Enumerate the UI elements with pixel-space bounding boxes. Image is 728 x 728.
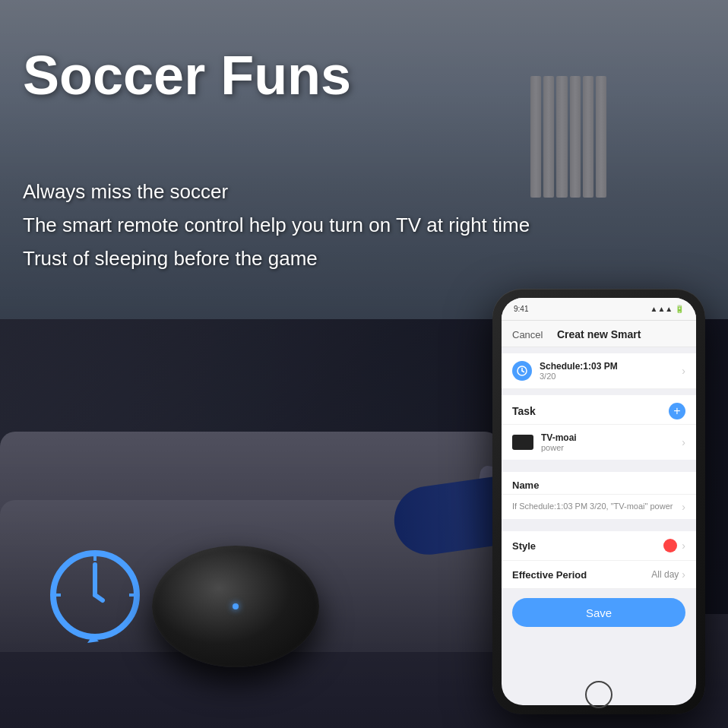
task-header: Task + <box>502 395 696 425</box>
name-chevron-icon: › <box>682 501 685 513</box>
app-title: Creat new Smart <box>557 328 641 340</box>
status-time: 9:41 <box>514 305 528 313</box>
effective-period-row[interactable]: Effective Period All day › <box>502 561 696 589</box>
name-label: Name <box>502 472 696 495</box>
effective-period-section: Effective Period All day › <box>502 561 696 589</box>
phone-screen: 9:41 ▲▲▲ 🔋 Cancel Creat new Smart <box>502 298 696 705</box>
effective-period-value: All day <box>651 569 679 580</box>
home-button[interactable] <box>585 681 612 708</box>
add-task-button[interactable]: + <box>669 403 685 419</box>
task-action: power <box>541 443 682 452</box>
svg-line-9 <box>522 371 524 372</box>
smart-device-container <box>152 546 319 667</box>
section-divider-2 <box>502 460 696 466</box>
schedule-icon <box>512 361 532 381</box>
phone-container: 9:41 ▲▲▲ 🔋 Cancel Creat new Smart <box>492 289 705 714</box>
task-label: Task <box>512 405 536 417</box>
schedule-row[interactable]: Schedule:1:03 PM 3/20 › <box>502 353 696 389</box>
schedule-date: 3/20 <box>540 372 682 381</box>
save-button[interactable]: Save <box>512 598 685 627</box>
schedule-section: Schedule:1:03 PM 3/20 › <box>502 353 696 389</box>
subtitle-line2: The smart remote control help you turn o… <box>23 208 530 242</box>
save-section: Save <box>502 589 696 636</box>
effective-period-chevron-icon: › <box>682 568 685 581</box>
status-icons: ▲▲▲ 🔋 <box>650 305 684 313</box>
task-chevron-icon: › <box>682 436 685 448</box>
task-device-name: TV-moai <box>541 432 682 443</box>
svg-line-2 <box>95 595 103 600</box>
subtitle-line1: Always miss the soccer <box>23 175 530 208</box>
title-box: Soccer Funs <box>23 46 351 106</box>
schedule-chevron-icon: › <box>682 365 685 377</box>
name-value: If Schedule:1:03 PM 3/20, "TV-moai" powe… <box>512 501 682 512</box>
tv-icon <box>512 435 533 450</box>
content-layer: Soccer Funs Always miss the soccer The s… <box>0 0 728 728</box>
style-chevron-icon: › <box>682 540 685 552</box>
section-divider-3 <box>502 519 696 525</box>
cancel-button[interactable]: Cancel <box>512 329 543 340</box>
style-label: Style <box>512 540 663 552</box>
app-header: Cancel Creat new Smart <box>502 321 696 347</box>
device-body <box>152 546 319 667</box>
main-title: Soccer Funs <box>23 46 351 106</box>
task-info: TV-moai power <box>541 432 682 452</box>
phone-outer: 9:41 ▲▲▲ 🔋 Cancel Creat new Smart <box>492 289 705 714</box>
clock-icon-container <box>38 538 152 652</box>
status-bar: 9:41 ▲▲▲ 🔋 <box>502 298 696 321</box>
style-row[interactable]: Style › <box>502 531 696 561</box>
name-section: Name If Schedule:1:03 PM 3/20, "TV-moai"… <box>502 472 696 519</box>
device-led <box>233 603 239 609</box>
style-color-dot <box>663 539 677 552</box>
style-section: Style › <box>502 531 696 561</box>
schedule-info: Schedule:1:03 PM 3/20 <box>540 361 682 381</box>
subtitle-line3: Trust of sleeping before the game <box>23 242 530 275</box>
section-divider-1 <box>502 389 696 395</box>
name-row[interactable]: If Schedule:1:03 PM 3/20, "TV-moai" powe… <box>502 495 696 519</box>
task-section: Task + TV-moai power › <box>502 395 696 460</box>
schedule-time: Schedule:1:03 PM <box>540 361 682 372</box>
subtitle-block: Always miss the soccer The smart remote … <box>23 175 530 276</box>
clock-icon <box>38 538 152 652</box>
task-row[interactable]: TV-moai power › <box>502 425 696 460</box>
effective-period-label: Effective Period <box>512 569 651 581</box>
clock-small-icon <box>517 366 527 376</box>
